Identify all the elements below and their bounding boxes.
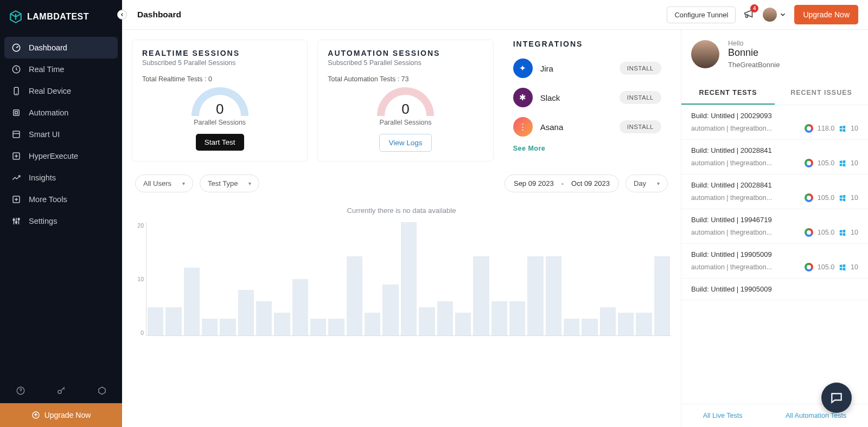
test-build-label: Build: Untitled | 19905009 bbox=[691, 285, 858, 293]
chart-area: Currently there is no data available 20 … bbox=[132, 199, 671, 336]
start-test-button[interactable]: Start Test bbox=[196, 134, 244, 151]
date-range-picker[interactable]: Sep 09 2023 - Oct 09 2023 bbox=[505, 174, 619, 192]
sidebar-item-label: Smart UI bbox=[29, 130, 60, 139]
center-column: REALTIME SESSIONS Subscribed 5 Parallel … bbox=[122, 30, 681, 427]
all-live-tests-link[interactable]: All Live Tests bbox=[703, 412, 743, 419]
test-row[interactable]: Build: Untitled | 19905009 bbox=[681, 279, 868, 300]
test-row[interactable]: Build: Untitled | 20028841automation | t… bbox=[681, 140, 868, 174]
chart-bar bbox=[600, 307, 616, 335]
browser-version: 118.0 bbox=[818, 125, 834, 132]
install-button[interactable]: INSTALL bbox=[620, 120, 661, 133]
card-subtitle: Subscribed 5 Parallel Sessions bbox=[328, 59, 483, 67]
avatar-icon bbox=[763, 8, 777, 22]
bolt-icon bbox=[11, 151, 21, 161]
os-version: 10 bbox=[851, 125, 858, 132]
browser-version: 105.0 bbox=[818, 194, 834, 202]
key-icon[interactable] bbox=[56, 386, 66, 396]
dropdown-label: Test Type bbox=[208, 179, 238, 187]
sidebar-item-realtime[interactable]: Real Time bbox=[4, 59, 118, 80]
sidebar-item-moretools[interactable]: More Tools bbox=[4, 189, 118, 210]
chevron-down-icon bbox=[779, 11, 787, 18]
chrome-icon bbox=[805, 159, 813, 167]
docs-icon[interactable] bbox=[97, 386, 107, 396]
sidebar-upgrade-button[interactable]: Upgrade Now bbox=[0, 403, 122, 427]
topbar: Dashboard Configure Tunnel 4 Upgrade Now bbox=[122, 0, 868, 30]
test-build-label: Build: Untitled | 19905009 bbox=[691, 250, 858, 258]
test-build-label: Build: Untitled | 20028841 bbox=[691, 181, 858, 189]
chat-button[interactable] bbox=[821, 383, 852, 413]
see-more-link[interactable]: See More bbox=[513, 145, 546, 152]
sidebar-item-smartui[interactable]: Smart UI bbox=[4, 124, 118, 145]
sidebar-item-label: More Tools bbox=[29, 195, 67, 204]
sidebar-item-label: Real Device bbox=[29, 87, 71, 95]
collapse-sidebar-button[interactable] bbox=[117, 10, 127, 20]
tab-recent-tests[interactable]: RECENT TESTS bbox=[681, 82, 775, 105]
sidebar-item-insights[interactable]: Insights bbox=[4, 167, 118, 189]
help-icon[interactable] bbox=[16, 386, 25, 396]
profile-name: Bonnie bbox=[728, 47, 780, 59]
recent-tests-list: Build: Untitled | 20029093automation | t… bbox=[681, 105, 868, 404]
brand-name: LAMBDATEST bbox=[27, 12, 89, 22]
chart-bars bbox=[146, 222, 671, 336]
sidebar-item-realdevice[interactable]: Real Device bbox=[4, 80, 118, 102]
dropdown-label: Day bbox=[634, 179, 646, 187]
card-subtitle: Subscribed 5 Parallel Sessions bbox=[142, 59, 297, 67]
upgrade-now-button[interactable]: Upgrade Now bbox=[794, 5, 858, 24]
chart-bar bbox=[509, 301, 525, 335]
test-user: automation | thegreatbon... bbox=[691, 159, 800, 167]
tab-recent-issues[interactable]: RECENT ISSUES bbox=[775, 82, 868, 105]
test-meta: automation | thegreatbon...105.010 bbox=[691, 228, 858, 237]
plus-icon bbox=[11, 195, 21, 204]
gauge-value: 0 bbox=[401, 101, 409, 118]
chart-bar bbox=[455, 313, 471, 335]
filters-row: All Users ▾ Test Type ▾ Sep 09 2023 - Oc… bbox=[132, 174, 671, 192]
install-button[interactable]: INSTALL bbox=[620, 62, 661, 75]
integration-row-asana: ⋮ Asana INSTALL bbox=[513, 112, 661, 141]
right-column: Hello Bonnie TheGreatBonnie RECENT TESTS… bbox=[681, 30, 868, 427]
all-automation-tests-link[interactable]: All Automation Tests bbox=[786, 412, 846, 419]
sidebar-item-settings[interactable]: Settings bbox=[4, 210, 118, 232]
test-user: automation | thegreatbon... bbox=[691, 194, 800, 202]
chart-y-axis: 20 10 0 bbox=[132, 222, 144, 336]
install-button[interactable]: INSTALL bbox=[620, 91, 661, 104]
chart-bar bbox=[365, 313, 380, 335]
chart-bar bbox=[527, 256, 543, 335]
integration-name: Asana bbox=[540, 122, 612, 132]
chart-bar bbox=[654, 256, 670, 335]
sidebar-item-label: Real Time bbox=[29, 65, 64, 74]
test-row[interactable]: Build: Untitled | 20029093automation | t… bbox=[681, 105, 868, 140]
card-title: AUTOMATION SESSIONS bbox=[328, 49, 483, 57]
gauge-icon bbox=[11, 43, 21, 53]
test-row[interactable]: Build: Untitled | 20028841automation | t… bbox=[681, 174, 868, 209]
sidebar-nav: Dashboard Real Time Real Device Automati… bbox=[0, 34, 122, 378]
sidebar-item-label: Dashboard bbox=[29, 43, 67, 52]
chart-bar bbox=[419, 307, 435, 335]
os-version: 10 bbox=[851, 194, 858, 202]
y-tick: 10 bbox=[132, 276, 144, 282]
date-from: Sep 09 2023 bbox=[514, 179, 554, 187]
chart-bar bbox=[473, 256, 489, 335]
integration-row-slack: ✱ Slack INSTALL bbox=[513, 83, 661, 112]
sidebar: LAMBDATEST Dashboard Real Time Real Devi… bbox=[0, 0, 122, 427]
chart-bar bbox=[274, 313, 290, 335]
os-version: 10 bbox=[851, 229, 858, 236]
sidebar-item-automation[interactable]: Automation bbox=[4, 102, 118, 124]
main: Dashboard Configure Tunnel 4 Upgrade Now bbox=[122, 0, 868, 427]
dropdown-label: All Users bbox=[143, 179, 171, 187]
users-filter-dropdown[interactable]: All Users ▾ bbox=[135, 174, 193, 192]
granularity-dropdown[interactable]: Day ▾ bbox=[626, 174, 668, 192]
view-logs-button[interactable]: View Logs bbox=[379, 134, 431, 152]
configure-tunnel-button[interactable]: Configure Tunnel bbox=[667, 7, 736, 23]
notifications-button[interactable]: 4 bbox=[743, 8, 755, 22]
upgrade-icon bbox=[31, 411, 40, 419]
type-filter-dropdown[interactable]: Test Type ▾ bbox=[200, 174, 259, 192]
sidebar-item-dashboard[interactable]: Dashboard bbox=[4, 37, 118, 59]
greeting-label: Hello bbox=[728, 40, 780, 47]
integration-name: Slack bbox=[540, 93, 612, 102]
user-menu[interactable] bbox=[763, 8, 787, 22]
chrome-icon bbox=[805, 228, 813, 237]
sidebar-item-hyperexecute[interactable]: HyperExecute bbox=[4, 145, 118, 167]
test-row[interactable]: Build: Untitled | 19905009automation | t… bbox=[681, 244, 868, 279]
test-row[interactable]: Build: Untitled | 19946719automation | t… bbox=[681, 209, 868, 244]
chevron-down-icon: ▾ bbox=[248, 180, 251, 186]
